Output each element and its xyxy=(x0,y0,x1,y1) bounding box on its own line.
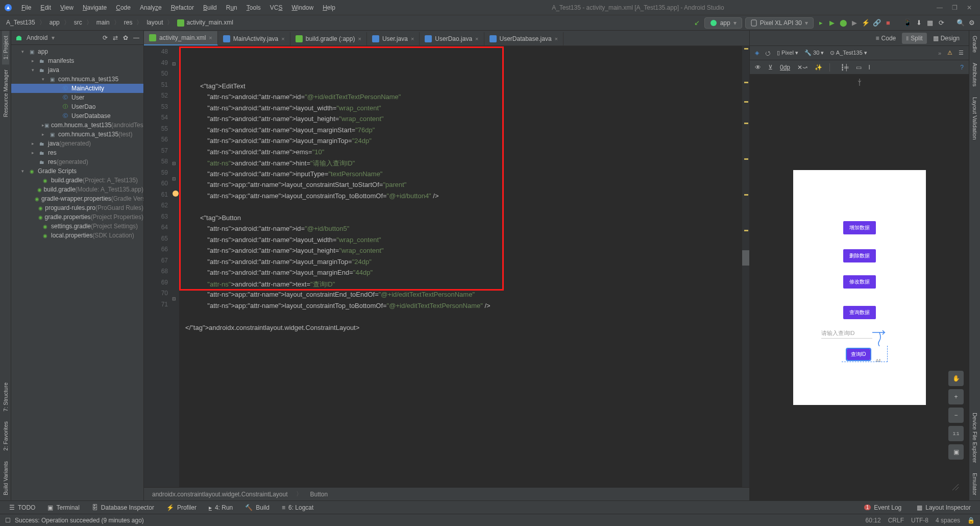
line-gutter[interactable]: 4849505152535455565758596061626364656667… xyxy=(144,46,172,487)
tool-gradle[interactable]: Gradle xyxy=(971,31,978,58)
tree-node[interactable]: ⒸMainActivity xyxy=(11,84,143,93)
editor-tab[interactable]: MainActivity.java× xyxy=(218,32,290,45)
tree-node[interactable]: ▾▣app xyxy=(11,47,143,56)
zoom-reset-icon[interactable]: ▣ xyxy=(948,444,964,460)
settings-icon[interactable]: ⚙ xyxy=(968,19,976,27)
status-icon[interactable]: ☐ xyxy=(5,517,11,524)
warning-icon[interactable]: ⚠ xyxy=(947,50,952,56)
tool-resource-manager[interactable]: Resource Manager xyxy=(2,64,9,123)
breadcrumb-item[interactable]: main xyxy=(94,18,112,27)
stop-icon[interactable]: ■ xyxy=(884,19,892,27)
error-stripe[interactable] xyxy=(742,46,749,487)
resource-icon[interactable]: ▦ xyxy=(926,19,934,27)
tab-logcat[interactable]: ≡ 6: Logcat xyxy=(277,502,318,513)
breadcrumb-item[interactable]: layout xyxy=(144,18,165,27)
close-tab-icon[interactable]: × xyxy=(475,36,478,42)
menu-window[interactable]: Window xyxy=(287,2,317,13)
tab-run[interactable]: ▸ 4: Run xyxy=(204,502,238,513)
tree-node[interactable]: ▾◉Gradle Scripts xyxy=(11,166,143,176)
guideline-icon[interactable]: I xyxy=(869,64,870,71)
mode-design[interactable]: ▦Design xyxy=(929,33,964,44)
project-tree[interactable]: ▾▣app▸🖿manifests▾🖿java▾▣com.hnucm.a_test… xyxy=(11,45,143,500)
tree-node[interactable]: ⒸUser xyxy=(11,93,143,102)
file-encoding[interactable]: UTF-8 xyxy=(911,517,928,524)
breadcrumb-item[interactable]: res xyxy=(122,18,135,27)
tab-terminal[interactable]: ▣ Terminal xyxy=(42,502,84,513)
profile-icon[interactable]: ⚡ xyxy=(862,19,870,27)
zoom-fit-icon[interactable]: 1:1 xyxy=(948,426,964,441)
tool-build-variants[interactable]: Build Variants xyxy=(2,456,9,500)
pack-icon[interactable]: ▭ xyxy=(856,64,862,71)
menu-navigate[interactable]: Navigate xyxy=(79,2,111,13)
attributes-icon[interactable]: ☰ xyxy=(959,50,964,56)
collapse-icon[interactable]: — xyxy=(133,34,139,41)
device-selector[interactable]: Pixel XL API 30▾ xyxy=(745,17,814,29)
mode-split[interactable]: ⫴Split xyxy=(902,33,926,44)
sync-icon[interactable]: ↙ xyxy=(693,19,701,27)
breadcrumb-item[interactable]: src xyxy=(72,18,84,27)
help-icon[interactable]: ? xyxy=(960,64,964,71)
project-view-selector[interactable]: Android xyxy=(27,34,47,41)
tab-layout-inspector[interactable]: ▦ Layout Inspector xyxy=(912,502,976,513)
orientation-icon[interactable]: ⭯ xyxy=(765,50,771,56)
intention-bulb-icon[interactable] xyxy=(173,190,179,197)
crumb[interactable]: Button xyxy=(310,491,328,498)
zoom-out-icon[interactable]: − xyxy=(948,408,964,423)
breadcrumb-item[interactable]: app xyxy=(47,18,62,27)
menu-analyze[interactable]: Analyze xyxy=(136,2,166,13)
tree-node[interactable]: 🖿res (generated) xyxy=(11,157,143,166)
tree-node[interactable]: ▸🖿manifests xyxy=(11,56,143,65)
debug-icon[interactable]: ⬤ xyxy=(839,19,847,27)
menu-run[interactable]: Run xyxy=(222,2,241,13)
avd-icon[interactable]: 📱 xyxy=(903,19,912,27)
editor-tab[interactable]: activity_main.xml× xyxy=(144,31,218,45)
tree-node[interactable]: ▾▣com.hnucm.a_test135 xyxy=(11,75,143,84)
editor-tab[interactable]: UserDatabase.java× xyxy=(484,32,564,45)
breadcrumb-item[interactable]: activity_main.xml xyxy=(175,18,235,28)
tab-todo[interactable]: ☰ TODO xyxy=(4,502,40,513)
menu-tools[interactable]: Tools xyxy=(242,2,265,13)
editor-tab[interactable]: User.java× xyxy=(367,32,420,45)
magnet-icon[interactable]: ⊻ xyxy=(768,64,773,71)
coverage-icon[interactable]: ▶ xyxy=(850,19,859,27)
tree-node[interactable]: ⒸUserDatabase xyxy=(11,111,143,121)
tab-database[interactable]: 🗄 Database Inspector xyxy=(87,502,159,513)
maximize-icon[interactable]: ❐ xyxy=(952,4,958,11)
api-select[interactable]: 🔧 30 ▾ xyxy=(804,50,824,56)
tree-node[interactable]: ▾🖿java xyxy=(11,65,143,75)
tool-attributes[interactable]: Attributes xyxy=(971,58,978,91)
tree-node[interactable]: ▸🖿java (generated) xyxy=(11,139,143,148)
menu-build[interactable]: Build xyxy=(199,2,221,13)
sync-icon[interactable]: ⟳ xyxy=(103,34,108,41)
tree-node[interactable]: ⒾUserDao xyxy=(11,102,143,111)
menu-code[interactable]: Code xyxy=(112,2,135,13)
lock-icon[interactable]: 🔒 xyxy=(967,517,975,524)
margin-field[interactable]: 0dp xyxy=(780,64,790,71)
align-icon[interactable]: ┇╪ xyxy=(841,64,849,71)
tree-node[interactable]: ▸▣com.hnucm.a_test135 (androidTest) xyxy=(11,121,143,130)
menu-help[interactable]: Help xyxy=(318,2,339,13)
tree-node[interactable]: ◉build.gradle (Module: A_Test135.app) xyxy=(11,185,143,194)
tool-device-explorer[interactable]: Device File Explorer xyxy=(971,408,978,468)
line-separator[interactable]: CRLF xyxy=(888,517,904,524)
close-tab-icon[interactable]: × xyxy=(358,36,361,42)
tree-node[interactable]: ◉gradle-wrapper.properties (Gradle Versi… xyxy=(11,194,143,203)
filter-icon[interactable]: ⇄ xyxy=(113,34,118,41)
tree-node[interactable]: ▸🖿res xyxy=(11,148,143,157)
minimize-icon[interactable]: — xyxy=(937,4,943,11)
menu-view[interactable]: View xyxy=(56,2,78,13)
clear-constraints-icon[interactable]: ✕⤻ xyxy=(797,64,807,71)
pan-icon[interactable]: ✋ xyxy=(948,371,964,386)
tree-node[interactable]: ◉gradle.properties (Project Properties) xyxy=(11,212,143,222)
cursor-position[interactable]: 60:12 xyxy=(866,517,881,524)
tree-node[interactable]: ▸▣com.hnucm.a_test135 (test) xyxy=(11,130,143,139)
infer-icon[interactable]: ✨ xyxy=(815,64,822,71)
run-config-selector[interactable]: app▾ xyxy=(704,17,742,29)
breadcrumb-item[interactable]: A_Test135 xyxy=(4,18,37,27)
close-tab-icon[interactable]: × xyxy=(281,36,284,42)
build-icon[interactable]: ▸ xyxy=(817,19,825,27)
close-icon[interactable]: ✕ xyxy=(967,4,972,11)
device-select[interactable]: ▯ Pixel ▾ xyxy=(777,50,798,56)
tool-emulator[interactable]: Emulator xyxy=(971,468,978,500)
menu-file[interactable]: File xyxy=(17,2,35,13)
